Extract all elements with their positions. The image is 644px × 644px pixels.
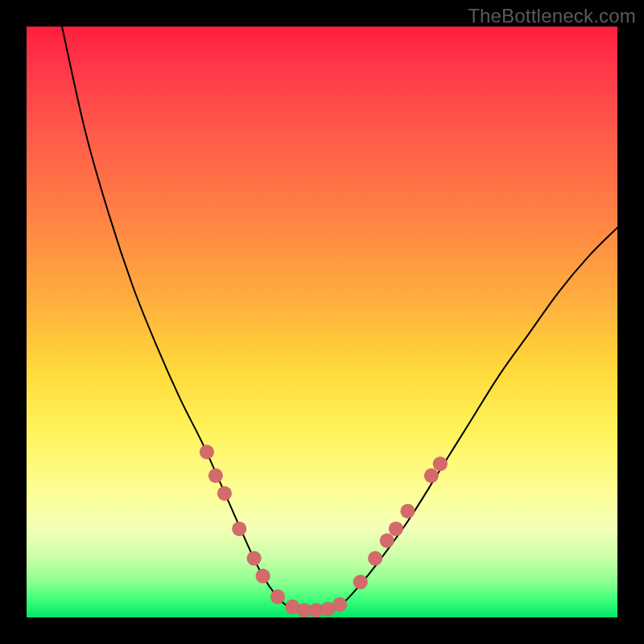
highlight-dot [232, 522, 246, 536]
highlight-dot [389, 522, 403, 536]
highlight-dot [332, 597, 347, 612]
highlight-dot [247, 551, 262, 566]
highlight-dot [353, 575, 368, 589]
highlight-dot [217, 486, 232, 501]
highlight-dots [200, 445, 448, 618]
chart-frame: TheBottleneck.com [0, 0, 644, 644]
highlight-dot [400, 504, 415, 518]
highlight-dot [200, 445, 214, 460]
highlight-dot [368, 551, 382, 566]
highlight-dot [424, 469, 439, 483]
highlight-dot [256, 569, 270, 584]
highlight-dot [208, 469, 223, 483]
chart-svg [27, 27, 617, 617]
highlight-dot [433, 456, 448, 471]
bottleneck-curve [62, 27, 617, 613]
highlight-dot [380, 534, 394, 548]
highlight-dot [270, 589, 285, 604]
plot-area [27, 27, 617, 617]
watermark-text: TheBottleneck.com [468, 5, 636, 27]
